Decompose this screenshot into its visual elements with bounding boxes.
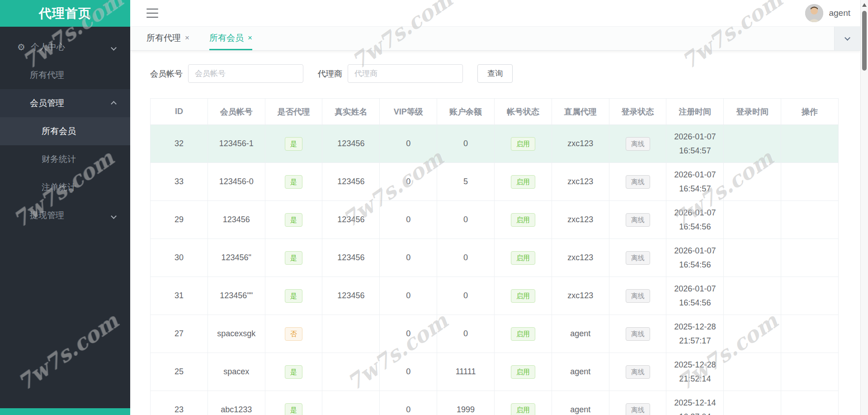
cell-vip: 0 [380,315,437,353]
cell-id: 23 [151,391,208,415]
table-header-row: ID会员帐号是否代理真实姓名VIP等级账户余额帐号状态直属代理登录状态注册时间登… [151,99,839,125]
cell-vip: 0 [380,239,437,277]
sidebar-item-2[interactable]: 会员管理 [0,89,130,117]
vertical-scrollbar[interactable] [860,0,868,415]
avatar[interactable] [805,4,823,22]
cell-status: 启用 [494,391,552,415]
cell-balance: 0 [437,125,495,163]
login-status-badge: 离线 [626,137,650,151]
cell-login_status: 离线 [609,201,666,239]
cell-reg_time: 2026-01-0716:54:56 [666,239,724,277]
sidebar-item-label: 个人中心 [31,41,65,53]
cell-status: 启用 [494,163,552,201]
sidebar-item-label: 注单统计 [42,181,76,193]
cell-login_time [724,391,781,415]
member-account-input[interactable] [188,64,303,83]
cell-id: 29 [151,201,208,239]
sidebar-item-label: 财务统计 [42,153,76,165]
column-header: 登录状态 [609,99,666,125]
cell-login_time [724,163,781,201]
user-menu[interactable]: agent [805,4,850,22]
column-header: 真实姓名 [322,99,380,125]
cell-is_agent: 是 [265,239,322,277]
tab-close-icon[interactable]: × [185,33,189,43]
cell-account: 123456" [208,239,265,277]
cell-reg_time: 2026-01-0716:54:56 [666,277,724,315]
sidebar-item-3[interactable]: 所有会员 [0,117,130,145]
scrollbar-thumb[interactable] [862,11,867,71]
cell-balance: 1999 [437,391,495,415]
table-row[interactable]: 32123456-1是12345600启用zxc123离线2026-01-071… [151,125,839,163]
cell-parent: zxc123 [552,201,609,239]
is-agent-badge: 是 [285,251,302,265]
agent-input[interactable] [348,64,463,83]
cell-parent: zxc123 [552,277,609,315]
table-row[interactable]: 29123456是12345600启用zxc123离线2026-01-0716:… [151,201,839,239]
tabs-dropdown-button[interactable] [834,27,860,50]
app-title: 代理首页 [0,0,130,27]
cell-account: 123456 [208,201,265,239]
cell-vip: 0 [380,201,437,239]
is-agent-badge: 是 [285,137,302,151]
cell-account: 123456-1 [208,125,265,163]
topbar: agent [130,0,860,27]
column-header: 帐号状态 [494,99,552,125]
agent-label: 代理商 [318,68,342,79]
tab-label: 所有会员 [209,32,244,44]
table-row[interactable]: 27spacexsgk否00启用agent离线2025-12-2821:57:1… [151,315,839,353]
cell-action [781,201,839,239]
cell-login_time [724,277,781,315]
status-badge: 启用 [511,289,535,303]
scroll-up-arrow-icon[interactable] [862,3,867,7]
cell-login_status: 离线 [609,391,666,415]
cell-action [781,391,839,415]
cell-id: 25 [151,353,208,391]
cell-vip: 0 [380,125,437,163]
cell-action [781,277,839,315]
members-table: ID会员帐号是否代理真实姓名VIP等级账户余额帐号状态直属代理登录状态注册时间登… [150,98,839,415]
cell-login_status: 离线 [609,163,666,201]
table-row[interactable]: 30123456"是12345600启用zxc123离线2026-01-0716… [151,239,839,277]
tab-close-icon[interactable]: × [248,33,252,43]
cell-account: 123456-0 [208,163,265,201]
column-header: 注册时间 [666,99,724,125]
cell-real_name [322,353,380,391]
table-row[interactable]: 31123456""是12345600启用zxc123离线2026-01-071… [151,277,839,315]
tab-1[interactable]: 所有会员× [209,27,252,50]
cell-status: 启用 [494,201,552,239]
table-row[interactable]: 25spacex是011111启用agent离线2025-12-2821:52:… [151,353,839,391]
column-header: ID [151,99,208,125]
cell-login_time [724,353,781,391]
status-badge: 启用 [511,137,535,151]
tab-0[interactable]: 所有代理× [146,27,189,50]
search-button[interactable]: 查询 [477,64,513,83]
cell-account: 123456"" [208,277,265,315]
cell-real_name [322,391,380,415]
cell-real_name: 123456 [322,277,380,315]
cell-action [781,239,839,277]
main-area: agent 所有代理×所有会员× 会员帐号 代理商 查询 ID会员帐号是否代理真… [130,0,860,415]
sidebar-item-1[interactable]: 所有代理 [0,61,130,89]
login-status-badge: 离线 [626,403,650,415]
sidebar-footer-bar[interactable] [0,408,130,415]
cell-action [781,163,839,201]
sidebar-item-6[interactable]: 提现管理 [0,201,130,229]
sidebar-item-0[interactable]: ⚙个人中心 [0,33,130,61]
cell-id: 27 [151,315,208,353]
content: 会员帐号 代理商 查询 ID会员帐号是否代理真实姓名VIP等级账户余额帐号状态直… [130,51,860,415]
cell-parent: agent [552,315,609,353]
table-row[interactable]: 23abc1233是01999启用agent离线2025-12-1416:37:… [151,391,839,415]
login-status-badge: 离线 [626,251,650,265]
table-row[interactable]: 33123456-0是12345605启用zxc123离线2026-01-071… [151,163,839,201]
chevron-down-icon [112,42,116,52]
column-header: 是否代理 [265,99,322,125]
chevron-down-icon [844,35,850,41]
sidebar-item-5[interactable]: 注单统计 [0,173,130,201]
status-badge: 启用 [511,403,535,415]
menu-toggle-icon[interactable] [146,9,158,18]
sidebar-item-4[interactable]: 财务统计 [0,145,130,173]
cell-parent: zxc123 [552,239,609,277]
tab-bar: 所有代理×所有会员× [130,27,860,51]
cell-id: 33 [151,163,208,201]
cell-parent: zxc123 [552,163,609,201]
